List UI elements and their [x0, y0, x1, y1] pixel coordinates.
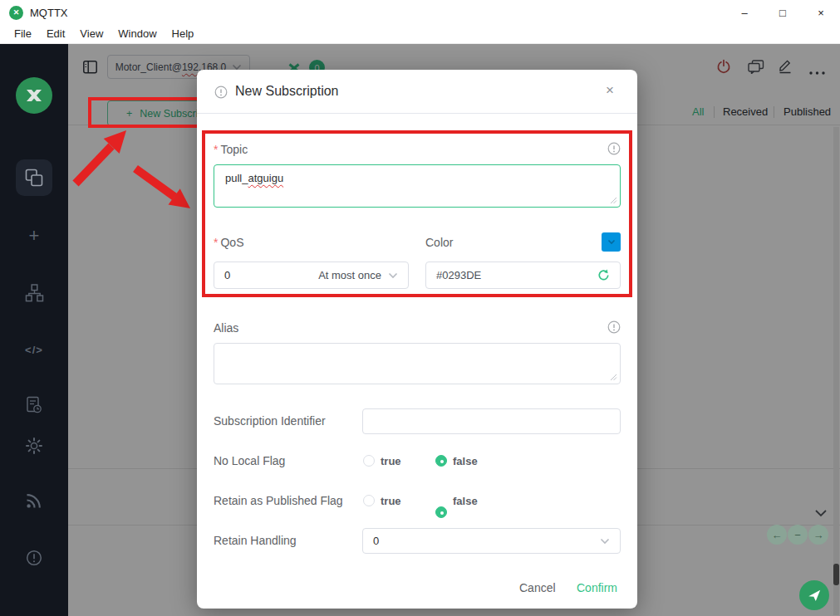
code-icon: </>	[25, 345, 43, 355]
connections-icon	[25, 169, 43, 187]
mqttx-logo-icon[interactable]	[16, 77, 52, 114]
close-button[interactable]: ×	[802, 0, 840, 25]
plus-icon: +	[29, 227, 40, 245]
subscription-identifier-input[interactable]	[362, 408, 621, 434]
cancel-button[interactable]: Cancel	[519, 581, 556, 594]
maximize-button[interactable]: □	[764, 0, 802, 25]
alias-info-icon[interactable]	[607, 320, 621, 334]
retain-handling-select[interactable]: 0	[362, 528, 621, 554]
next-message-button[interactable]: →	[808, 525, 828, 545]
dialog-title: New Subscription	[235, 84, 339, 99]
title-bar: ✕ MQTTX – □ ×	[0, 0, 840, 25]
alias-input[interactable]	[214, 343, 621, 384]
no-local-true-label[interactable]: true	[381, 455, 401, 467]
menu-file[interactable]: File	[7, 27, 39, 42]
dialog-header: New Subscription ×	[197, 70, 637, 114]
sidebar-item-bridge[interactable]	[16, 275, 52, 311]
retain-pub-false-label[interactable]: false	[453, 495, 478, 507]
sidebar-item-log[interactable]	[16, 387, 52, 423]
app-window: ✕ MQTTX – □ × File Edit View Window Help	[0, 0, 840, 616]
minus-icon: −	[794, 529, 801, 541]
rss-icon	[25, 491, 43, 510]
retain-pub-false-radio[interactable]	[435, 506, 447, 518]
sidebar-item-new-connection[interactable]: +	[16, 218, 52, 254]
sidebar-item-about[interactable]	[16, 540, 52, 576]
window-title: MQTTX	[30, 7, 68, 19]
sidebar-item-settings[interactable]	[16, 428, 52, 464]
log-document-icon	[25, 396, 43, 414]
retain-pub-true-radio[interactable]	[363, 495, 375, 506]
annotation-box-new-subscription	[88, 97, 211, 128]
sidebar-item-broker[interactable]	[16, 482, 52, 519]
alias-label: Alias	[214, 321, 238, 335]
annotation-box-topic-qos	[202, 130, 632, 297]
confirm-button[interactable]: Confirm	[577, 581, 617, 594]
gear-icon	[25, 437, 43, 455]
info-circle-icon	[25, 549, 43, 567]
menu-edit[interactable]: Edit	[39, 27, 72, 42]
menu-bar: File Edit View Window Help	[0, 25, 840, 44]
arrow-left-icon: ←	[772, 529, 783, 541]
app-logo-icon: ✕	[9, 6, 23, 20]
retain-pub-true-label[interactable]: true	[381, 495, 401, 507]
window-controls: – □ ×	[725, 0, 840, 25]
arrow-right-icon: →	[813, 529, 824, 541]
send-button[interactable]	[799, 580, 829, 610]
menu-window[interactable]: Window	[111, 27, 164, 42]
sidebar-item-script[interactable]: </>	[16, 331, 52, 368]
retain-as-published-label: Retain as Published Flag	[214, 494, 343, 507]
chevron-down-icon	[600, 538, 610, 545]
dialog-close-icon[interactable]: ×	[606, 82, 614, 99]
sidebar-item-connections[interactable]	[16, 159, 52, 196]
menu-help[interactable]: Help	[165, 27, 202, 42]
no-local-true-radio[interactable]	[363, 455, 375, 467]
logo-x-glyph	[24, 86, 44, 105]
no-local-flag-label: No Local Flag	[214, 454, 285, 467]
prev-message-button[interactable]: ←	[767, 525, 787, 545]
menu-view[interactable]: View	[72, 27, 111, 42]
subscription-identifier-label: Subscription Identifier	[214, 414, 326, 428]
collapse-editor-button[interactable]: −	[788, 525, 808, 545]
retain-handling-label: Retain Handling	[214, 534, 297, 547]
info-icon	[214, 86, 228, 99]
no-local-false-label[interactable]: false	[453, 455, 478, 467]
paper-plane-icon	[807, 588, 822, 603]
no-local-false-radio[interactable]	[435, 455, 447, 467]
resize-grip-icon[interactable]	[610, 374, 617, 381]
retain-handling-value: 0	[373, 535, 379, 547]
topology-icon	[25, 284, 44, 302]
minimize-button[interactable]: –	[725, 0, 764, 25]
sidebar: + </>	[0, 44, 68, 616]
